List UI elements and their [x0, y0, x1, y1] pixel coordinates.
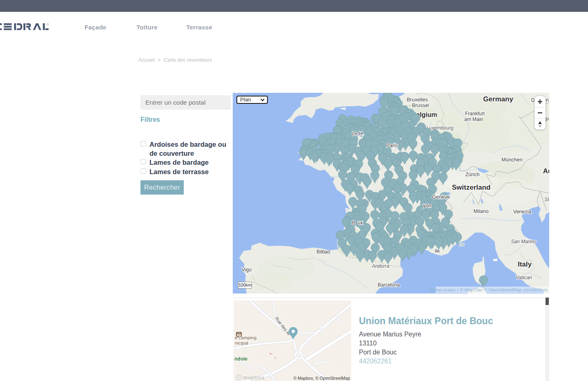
svg-text:Switzerland: Switzerland	[452, 184, 490, 191]
svg-text:e camping: e camping	[235, 335, 256, 340]
svg-text:Le H: Le H	[352, 131, 362, 137]
svg-text:mapbox: mapbox	[243, 374, 265, 381]
svg-text:Zürich: Zürich	[466, 172, 480, 177]
svg-text:Slo: Slo	[544, 197, 549, 202]
svg-text:ndole: ndole	[234, 356, 247, 362]
svg-text:© Mapbox, © OpenStreetMap: © Mapbox, © OpenStreetMap	[293, 376, 350, 381]
svg-text:San Marino: San Marino	[511, 239, 536, 244]
svg-text:am Main: am Main	[464, 117, 483, 122]
svg-text:Bilbao: Bilbao	[316, 249, 330, 255]
svg-text:Frankfurt: Frankfurt	[465, 111, 485, 117]
svg-text:Italy: Italy	[518, 260, 532, 268]
svg-text:Paris: Paris	[386, 143, 398, 148]
svg-text:B: B	[352, 220, 355, 226]
svg-text:ux: ux	[358, 220, 363, 226]
svg-text:Barcelona: Barcelona	[378, 282, 400, 288]
svg-text:Germany: Germany	[483, 95, 513, 103]
svg-text:München: München	[501, 157, 522, 163]
svg-text:- Brussel: - Brussel	[409, 103, 429, 108]
svg-text:Andorra: Andorra	[372, 263, 390, 269]
svg-text:yon: yon	[423, 203, 431, 208]
svg-text:Vatican: Vatican	[516, 275, 532, 280]
svg-text:Vigo: Vigo	[242, 267, 252, 273]
svg-text:Au: Au	[543, 167, 549, 175]
svg-text:nicipal: nicipal	[235, 341, 248, 345]
svg-text:Pra: Pra	[546, 117, 549, 123]
svg-text:lle: lle	[435, 248, 440, 254]
svg-text:co: co	[459, 242, 465, 247]
svg-text:MetaLocator | © MapTiler © Ope: MetaLocator | © MapTiler © OpenStreetMap…	[430, 287, 548, 292]
svg-text:Milano: Milano	[474, 208, 489, 214]
svg-text:Venezia: Venezia	[513, 209, 532, 215]
svg-text:Bruxelles: Bruxelles	[407, 97, 428, 103]
svg-text:Genève: Genève	[432, 194, 450, 200]
